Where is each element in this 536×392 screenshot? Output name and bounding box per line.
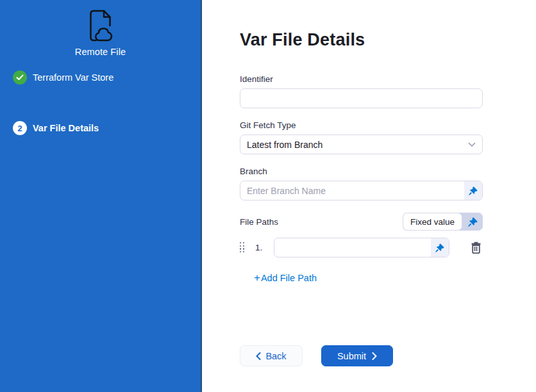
- wizard-dialog: Remote File Terraform Var Store 2 Var Fi…: [0, 0, 536, 392]
- trash-icon: [471, 241, 482, 254]
- wizard-actions: Back Submit: [240, 345, 483, 366]
- selected-option: Latest from Branch: [247, 140, 322, 150]
- file-path-input[interactable]: [274, 238, 431, 257]
- add-file-path-button[interactable]: + Add File Path: [254, 273, 317, 283]
- remote-file-cloud-icon: [82, 9, 119, 42]
- back-button[interactable]: Back: [240, 345, 303, 366]
- chevron-right-icon: [372, 352, 377, 360]
- chevron-left-icon: [256, 352, 261, 360]
- branch-input-shell: [240, 181, 483, 200]
- file-paths-label: File Paths: [240, 217, 278, 227]
- sidebar-step-terraform-var-store[interactable]: Terraform Var Store: [13, 70, 113, 85]
- pin-icon[interactable]: [464, 181, 482, 200]
- identifier-group: Identifier: [240, 74, 483, 108]
- branch-input[interactable]: [240, 181, 464, 200]
- back-label: Back: [265, 351, 286, 361]
- fixed-value-option[interactable]: Fixed value: [403, 213, 462, 231]
- sidebar-step-var-file-details[interactable]: 2 Var File Details: [13, 121, 99, 135]
- delete-row-button[interactable]: [469, 240, 483, 255]
- git-fetch-type-select[interactable]: Latest from Branch: [240, 135, 483, 154]
- submit-label: Submit: [337, 351, 366, 361]
- file-paths-type-selector: Fixed value: [403, 213, 483, 231]
- pin-icon[interactable]: [462, 213, 483, 231]
- add-file-path-label: Add File Path: [261, 273, 317, 283]
- branch-label: Branch: [240, 167, 483, 176]
- step-label: Var File Details: [33, 123, 99, 133]
- chevron-down-icon: [468, 142, 476, 147]
- branch-group: Branch: [240, 167, 483, 200]
- file-path-row: 1.: [240, 238, 483, 257]
- wizard-sidebar: Remote File Terraform Var Store 2 Var Fi…: [0, 0, 202, 392]
- page-title: Var File Details: [240, 29, 536, 50]
- identifier-input[interactable]: [240, 88, 483, 108]
- step-number-badge: 2: [13, 121, 27, 135]
- git-fetch-type-group: Git Fetch Type Latest from Branch: [240, 120, 483, 154]
- wizard-type-label: Remote File: [75, 47, 126, 57]
- drag-handle-icon[interactable]: [240, 242, 247, 253]
- identifier-label: Identifier: [240, 74, 483, 84]
- check-circle-icon: [13, 70, 27, 85]
- form: Identifier Git Fetch Type Latest from Br…: [240, 74, 483, 366]
- git-fetch-type-label: Git Fetch Type: [240, 120, 483, 130]
- file-path-input-shell: [274, 238, 449, 257]
- var-file-details-panel: Var File Details Identifier Git Fetch Ty…: [202, 0, 536, 392]
- file-paths-header: File Paths Fixed value: [240, 213, 483, 231]
- submit-button[interactable]: Submit: [321, 345, 393, 366]
- pin-icon[interactable]: [431, 238, 449, 257]
- step-label: Terraform Var Store: [33, 72, 113, 83]
- row-index: 1.: [255, 243, 265, 252]
- wizard-header: Remote File: [0, 9, 201, 57]
- plus-icon: +: [254, 274, 260, 282]
